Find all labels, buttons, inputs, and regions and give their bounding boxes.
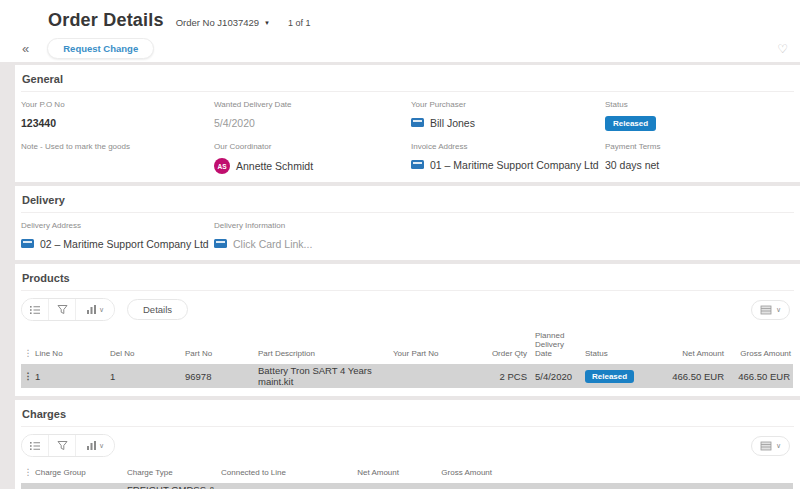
col-header-line-no[interactable]: Line No <box>35 349 110 358</box>
col-header-charge-group[interactable]: Charge Group <box>35 468 127 477</box>
delivery-address-text: 02 – Maritime Support Company Ltd <box>40 238 209 250</box>
col-header-connected-to-line[interactable]: Connected to Line <box>221 468 329 477</box>
our-coordinator-value[interactable]: AS Annette Schmidt <box>214 158 411 174</box>
wanted-delivery-date-label: Wanted Delivery Date <box>214 100 411 109</box>
col-header-planned-delivery-date[interactable]: Planned Delivery Date <box>535 331 579 358</box>
card-link-icon <box>214 239 227 248</box>
filter-icon[interactable] <box>49 299 76 320</box>
status-badge: Released <box>585 370 634 383</box>
po-no-label: Your P.O No <box>21 100 214 109</box>
col-header-part-description[interactable]: Part Description <box>258 349 393 358</box>
products-grid-toolbar: ∨ <box>21 298 115 321</box>
multi-select-list-icon[interactable] <box>22 299 49 320</box>
cell-part-no: 96978 <box>185 371 258 382</box>
card-link-icon <box>21 239 34 248</box>
col-header-del-no[interactable]: Del No <box>110 349 185 358</box>
record-pagination: 1 of 1 <box>288 18 311 28</box>
charges-section: Charges ∨ ∨ ⋮ Charge Group <box>15 400 800 489</box>
status-badge: Released <box>605 116 656 131</box>
payment-terms-value: 30 days net <box>605 158 794 171</box>
general-section-title: General <box>21 71 794 92</box>
delivery-information-text: Click Card Link... <box>233 238 312 250</box>
chevron-down-icon: ∨ <box>99 306 104 314</box>
purchaser-name: Bill Jones <box>430 117 475 129</box>
general-section: General Your P.O No 123440 Wanted Delive… <box>15 65 800 182</box>
invoice-address-value[interactable]: 01 – Maritime Support Company Ltd <box>411 158 605 171</box>
cell-planned-delivery-date: 5/4/2020 <box>535 371 579 382</box>
request-change-button[interactable]: Request Change <box>47 38 154 59</box>
charges-view-options-button[interactable]: ∨ <box>751 436 790 456</box>
delivery-information-value[interactable]: Click Card Link... <box>214 237 411 250</box>
page-header: Order Details Order No J1037429 ▼ 1 of 1… <box>0 0 800 62</box>
chart-options-button[interactable]: ∨ <box>76 299 114 320</box>
products-section-title: Products <box>21 270 794 291</box>
kebab-menu-icon[interactable]: ⋮ <box>21 467 35 477</box>
wanted-delivery-date-value: 5/4/2020 <box>214 116 411 129</box>
caret-down-icon: ▼ <box>264 20 270 26</box>
collapse-left-icon[interactable]: « <box>18 41 33 56</box>
products-table-row[interactable]: ⋮ 1 1 96978 Battery Tron SART 4 Years ma… <box>21 364 793 388</box>
col-header-net-amount[interactable]: Net Amount <box>647 349 724 358</box>
invoice-address-label: Invoice Address <box>411 142 605 151</box>
delivery-information-label: Delivery Information <box>214 221 411 230</box>
cell-order-qty: 2 PCS <box>444 371 527 382</box>
invoice-address-text: 01 – Maritime Support Company Ltd <box>430 159 599 171</box>
charges-grid-toolbar: ∨ <box>21 434 115 457</box>
status-label: Status <box>605 100 794 109</box>
row-kebab-menu-icon[interactable]: ⋮ <box>21 371 35 381</box>
cell-part-description: Battery Tron SART 4 Years maint.kit <box>258 365 393 387</box>
delivery-section-title: Delivery <box>21 192 794 213</box>
page-title: Order Details <box>48 10 164 31</box>
page-content: General Your P.O No 123440 Wanted Delive… <box>0 62 800 489</box>
charges-table-row[interactable]: ⋮ Freight FREIGHT GMDSS & AIS 1 - 1 39.1… <box>21 483 793 489</box>
order-no-selector[interactable]: Order No J1037429 ▼ <box>176 17 270 28</box>
note-label: Note - Used to mark the goods <box>21 142 214 151</box>
card-link-icon <box>411 118 424 127</box>
chevron-down-icon: ∨ <box>99 442 104 450</box>
your-purchaser-label: Your Purchaser <box>411 100 605 109</box>
col-header-status[interactable]: Status <box>579 349 647 358</box>
delivery-address-label: Delivery Address <box>21 221 214 230</box>
col-header-gross-amount[interactable]: Gross Amount <box>724 349 794 358</box>
our-coordinator-label: Our Coordinator <box>214 142 411 151</box>
col-header-part-no[interactable]: Part No <box>185 349 258 358</box>
status-value: Released <box>605 116 794 131</box>
charges-table-header: ⋮ Charge Group Charge Type Connected to … <box>21 457 794 483</box>
note-value <box>21 158 214 171</box>
filter-icon[interactable] <box>49 435 76 456</box>
cell-line-no: 1 <box>35 371 110 382</box>
chevron-down-icon: ∨ <box>776 306 781 314</box>
delivery-address-value[interactable]: 02 – Maritime Support Company Ltd <box>21 237 214 250</box>
products-view-options-button[interactable]: ∨ <box>751 300 790 320</box>
col-header-order-qty[interactable]: Order Qty <box>444 349 527 358</box>
charges-section-title: Charges <box>21 406 794 427</box>
cell-gross-amount: 466.50 EUR <box>724 371 793 382</box>
details-button[interactable]: Details <box>127 299 188 320</box>
payment-terms-label: Payment Terms <box>605 142 794 151</box>
cell-net-amount: 466.50 EUR <box>647 371 724 382</box>
col-header-charge-type[interactable]: Charge Type <box>127 468 221 477</box>
chart-options-button[interactable]: ∨ <box>76 435 114 456</box>
delivery-section: Delivery Delivery Address 02 – Maritime … <box>15 186 800 260</box>
coordinator-avatar: AS <box>214 158 230 174</box>
multi-select-list-icon[interactable] <box>22 435 49 456</box>
products-table-header: ⋮ Line No Del No Part No Part Descriptio… <box>21 321 794 364</box>
chevron-down-icon: ∨ <box>776 442 781 450</box>
col-header-gross-amount[interactable]: Gross Amount <box>399 468 492 477</box>
favorite-heart-icon[interactable]: ♡ <box>777 42 788 56</box>
card-link-icon <box>411 160 424 169</box>
cell-charge-type: FREIGHT GMDSS & AIS <box>127 484 221 489</box>
order-no-label: Order No J1037429 <box>176 17 259 28</box>
po-no-value: 123440 <box>21 116 214 129</box>
kebab-menu-icon[interactable]: ⋮ <box>21 348 35 358</box>
coordinator-name: Annette Schmidt <box>236 160 313 172</box>
your-purchaser-value[interactable]: Bill Jones <box>411 116 605 129</box>
cell-del-no: 1 <box>110 371 185 382</box>
col-header-net-amount[interactable]: Net Amount <box>329 468 399 477</box>
col-header-your-part-no[interactable]: Your Part No <box>393 349 444 358</box>
cell-status: Released <box>579 370 647 383</box>
products-section: Products ∨ Details ∨ ⋮ Li <box>15 264 800 396</box>
